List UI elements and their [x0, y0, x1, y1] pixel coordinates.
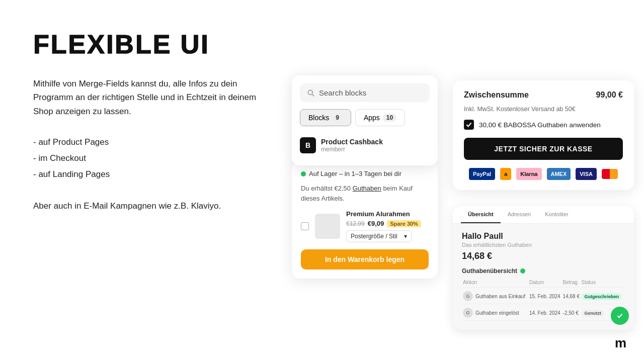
search-input-placeholder: Search blocks	[319, 88, 423, 97]
description-text: Mithilfe von Merge-Fields kannst du, all…	[33, 77, 265, 118]
search-bar[interactable]: Search blocks	[300, 83, 430, 102]
amex-icon: AMEX	[547, 168, 571, 180]
stock-text: Auf Lager – in 1–3 Tagen bei dir	[309, 170, 401, 177]
tab-blocks-label: Blocks	[308, 114, 329, 122]
payment-icons: PayPal a Klarna AMEX VISA	[464, 168, 623, 180]
search-panel: Search blocks Blocks 9 Apps 10 B Product…	[292, 75, 438, 165]
price-row: €12,99 €9,09 Spare 30%	[346, 220, 429, 227]
size-chevron-icon: ▾	[404, 233, 407, 240]
row1-action: G Guthaben aus Einkauf	[463, 289, 528, 304]
search-result-item[interactable]: B Product Cashback memberr	[300, 133, 430, 157]
tab-apps[interactable]: Apps 10	[355, 109, 405, 126]
row2-icon: G	[463, 308, 473, 318]
svg-point-2	[616, 312, 624, 320]
row2-date: 14. Feb. 2024	[529, 305, 562, 321]
list-items: - auf Product Pages - im Checkout - auf …	[33, 134, 265, 183]
cashback-text: Du erhältst €2,50	[301, 185, 351, 192]
result-subtitle: memberr	[321, 146, 383, 153]
visa-icon: VISA	[576, 168, 597, 180]
account-name-sub: Das erhältlichsten Guthaben	[462, 242, 625, 248]
subtotal-label: Zwischensumme	[464, 90, 529, 100]
subtotal-value: 99,00 €	[596, 90, 623, 100]
klarna-icon: Klarna	[516, 168, 541, 180]
cashback-info: Du erhältst €2,50 Guthaben beim Kauf die…	[301, 184, 429, 203]
page-title: FLEXIBLE UI	[33, 30, 265, 59]
account-panel: Übersicht Adressen Kontoliter Hallo Paul…	[453, 206, 634, 330]
row1-date: 15. Feb. 2024	[529, 289, 562, 304]
list-item: - im Checkout	[33, 150, 265, 166]
paypal-icon: PayPal	[469, 168, 495, 180]
extra-text: Aber auch in E-Mail Kampagnen wie z.B. K…	[33, 199, 265, 213]
account-nav-overview[interactable]: Übersicht	[461, 206, 501, 223]
col-aktion: Aktion	[463, 280, 528, 288]
amazon-icon: a	[500, 168, 511, 180]
checkout-button[interactable]: JETZT SICHER ZUR KASSE	[464, 138, 623, 160]
cashback-checkbox-label: 30,00 € BABOSSA Guthaben anwenden	[479, 121, 601, 129]
account-body: Hallo Paull Das erhältlichsten Guthaben …	[453, 224, 634, 330]
logo-text: m	[615, 335, 626, 350]
product-info: Premium Alurahmen €12,99 €9,09 Spare 30%…	[346, 210, 429, 242]
account-nav-addresses[interactable]: Adressen	[501, 206, 538, 223]
discount-badge: Spare 30%	[387, 220, 421, 227]
add-to-cart-button[interactable]: In den Warenkorb legen	[301, 249, 429, 269]
price-old: €12,99	[346, 220, 365, 227]
account-table: Aktion Datum Betrag Status G Guthaben au…	[462, 279, 625, 322]
result-title: Product Cashback	[321, 138, 383, 146]
product-image	[315, 214, 340, 239]
bottom-logo: m	[615, 335, 626, 351]
tab-blocks-count: 9	[332, 114, 343, 122]
subtotal-row: Zwischensumme 99,00 €	[464, 90, 623, 100]
checkmark-icon	[466, 122, 472, 128]
result-icon: B	[300, 137, 316, 153]
checkout-panel: Zwischensumme 99,00 € Inkl. MwSt. Kosten…	[453, 80, 634, 190]
right-section: Search blocks Blocks 9 Apps 10 B Product…	[292, 20, 634, 342]
account-greeting: Hallo Paull	[462, 232, 625, 241]
float-circle-icon	[611, 307, 629, 325]
list-item: - auf Product Pages	[33, 134, 265, 150]
table-row: G Guthaben aus Einkauf 15. Feb. 2024 14,…	[463, 289, 624, 304]
list-item: - auf Landing Pages	[33, 166, 265, 183]
svg-point-0	[308, 90, 312, 95]
product-panel: Auf Lager – in 1–3 Tagen bei dir Du erhä…	[292, 161, 438, 279]
product-name: Premium Alurahmen	[346, 210, 429, 218]
account-nav: Übersicht Adressen Kontoliter	[453, 206, 634, 224]
row1-icon: G	[463, 291, 473, 301]
account-section-title: Guthabenübersicht	[462, 267, 625, 275]
checkout-sub-info: Inkl. MwSt. Kostenloser Versand ab 50€	[464, 106, 623, 113]
row1-amount: 14,68 €	[563, 289, 581, 304]
description-block: Mithilfe von Merge-Fields kannst du, all…	[33, 77, 265, 118]
tab-blocks[interactable]: Blocks 9	[300, 109, 351, 126]
account-amount: 14,68 €	[462, 251, 625, 261]
green-dot-icon	[520, 268, 525, 274]
row2-status-badge: Genutzt	[582, 310, 605, 317]
tab-apps-count: 10	[383, 114, 396, 122]
result-text: Product Cashback memberr	[321, 138, 383, 153]
price-new: €9,09	[368, 220, 384, 227]
mastercard-icon	[602, 169, 618, 179]
col-datum: Datum	[529, 280, 562, 288]
search-icon	[307, 89, 315, 97]
stock-dot	[301, 171, 306, 176]
title-text: FLEXIBLE UI	[33, 31, 210, 58]
cashback-link[interactable]: Guthaben	[353, 185, 381, 192]
tabs-row: Blocks 9 Apps 10	[300, 109, 430, 126]
check-circle-icon	[615, 311, 624, 320]
table-row: G Guthaben eingelöst 14. Feb. 2024 -2,50…	[463, 305, 624, 321]
col-betrag: Betrag	[563, 280, 581, 288]
section-title-text: Guthabenübersicht	[462, 267, 517, 275]
stock-row: Auf Lager – in 1–3 Tagen bei dir	[301, 170, 429, 177]
cashback-checkbox[interactable]	[464, 120, 474, 130]
product-checkbox[interactable]	[301, 222, 309, 230]
col-status: Status	[582, 280, 624, 288]
cashback-checkbox-row[interactable]: 30,00 € BABOSSA Guthaben anwenden	[464, 120, 623, 130]
tab-apps-label: Apps	[364, 114, 380, 122]
left-section: FLEXIBLE UI Mithilfe von Merge-Fields ka…	[33, 30, 265, 213]
product-row: Premium Alurahmen €12,99 €9,09 Spare 30%…	[301, 210, 429, 242]
row2-action: G Guthaben eingelöst	[463, 305, 528, 321]
account-nav-kontoliter[interactable]: Kontoliter	[538, 206, 575, 223]
svg-line-1	[312, 94, 314, 96]
row1-status: Gutgeschrieben	[582, 289, 624, 304]
size-label: Postergröße / Stil	[351, 233, 397, 240]
row1-status-badge: Gutgeschrieben	[582, 293, 622, 300]
size-select[interactable]: Postergröße / Stil ▾	[346, 230, 412, 242]
